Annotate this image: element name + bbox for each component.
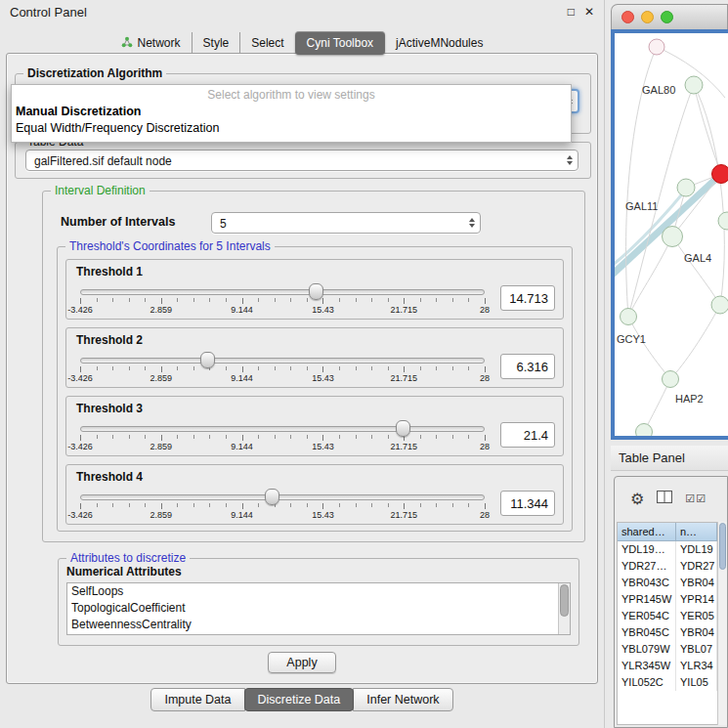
scale-label: 9.144 (231, 305, 253, 315)
attributes-group: Attributes to discretize Numerical Attri… (58, 558, 579, 646)
table-cell: YDL19 (676, 541, 717, 558)
column-header[interactable]: n… (676, 523, 717, 541)
scale-label: 15.43 (312, 442, 334, 451)
list-item[interactable]: TopologicalCoefficient (67, 600, 570, 617)
slider-track[interactable] (80, 289, 485, 295)
list-item[interactable]: SelfLoops (67, 583, 570, 600)
minimize-traffic-light-icon[interactable] (641, 11, 654, 23)
table-row[interactable]: YIL052CYIL05 (618, 674, 717, 691)
control-panel-window: Control Panel □ ✕ Network (0, 0, 605, 728)
threshold-label: Threshold 1 (66, 260, 563, 279)
table-row[interactable]: YBR043CYBR04 (618, 575, 717, 591)
tab-impute-data[interactable]: Impute Data (150, 688, 244, 711)
number-of-intervals-combobox[interactable]: 5 (211, 212, 481, 234)
threshold-slider[interactable]: -3.4262.8599.14415.4321.71528 (80, 348, 489, 385)
table-data-combobox[interactable]: galFiltered.sif default node (25, 150, 578, 171)
algorithm-dropdown-popup: Select algorithm to view settings Manual… (11, 84, 572, 143)
scale-label: 21.715 (390, 442, 417, 451)
slider-scale: -3.4262.8599.14415.4321.71528 (80, 305, 485, 316)
threshold-slider[interactable]: -3.4262.8599.14415.4321.71528 (80, 416, 489, 453)
zoom-traffic-light-icon[interactable] (661, 11, 673, 23)
table-row[interactable]: YBL079WYBL07 (618, 641, 717, 658)
control-panel-titlebar: Control Panel □ ✕ (0, 0, 604, 23)
slider-track[interactable] (80, 494, 485, 500)
scale-label: 2.859 (150, 510, 173, 520)
slider-track[interactable] (80, 358, 485, 364)
network-view-frame: GAL80 GAL11 GAL4 GCY1 HAP2 (611, 29, 728, 440)
graph-node (711, 296, 728, 314)
slider-thumb[interactable] (200, 352, 215, 368)
table-row[interactable]: YDL19…YDL19 (618, 541, 717, 558)
algorithm-option[interactable]: Equal Width/Frequency Discretization (12, 120, 571, 137)
node-table: shared…n… YDL19…YDL19YDR27…YDR27YBR043CY… (617, 522, 718, 725)
close-traffic-light-icon[interactable] (621, 11, 634, 23)
list-item[interactable]: BetweennessCentrality (67, 617, 570, 633)
tab-cyni-toolbox[interactable]: Cyni Toolbox (295, 31, 385, 55)
combo-arrows-icon (469, 213, 475, 233)
network-canvas[interactable]: GAL80 GAL11 GAL4 GCY1 HAP2 (615, 33, 728, 436)
tab-jactivemnodules[interactable]: jActiveMNodules (385, 32, 493, 54)
table-cell: YBL07 (676, 641, 717, 658)
combo-arrows-icon (567, 150, 573, 170)
algorithm-option[interactable]: Manual Discretization (12, 104, 571, 120)
table-cell: YDR27… (618, 558, 676, 575)
scale-label: 9.144 (231, 442, 253, 451)
bottom-tab-bar: Impute Data Discretize Data Infer Networ… (0, 688, 604, 711)
group-title: Discretization Algorithm (23, 66, 166, 80)
graph-node (718, 212, 728, 230)
column-header[interactable]: shared… (618, 523, 676, 541)
table-row[interactable]: YLR345WYLR34 (618, 658, 717, 674)
scale-label: 15.43 (312, 510, 334, 520)
scale-label: 2.859 (150, 373, 173, 383)
node-label: HAP2 (675, 393, 704, 405)
table-row[interactable]: YER054CYER05 (618, 608, 717, 624)
table-row[interactable]: YDR27…YDR27 (618, 558, 717, 575)
slider-thumb[interactable] (396, 420, 410, 437)
tab-discretize-data[interactable]: Discretize Data (244, 688, 355, 711)
slider-thumb[interactable] (309, 283, 323, 300)
scrollbar-thumb[interactable] (560, 584, 569, 617)
graph-nodes[interactable] (621, 39, 728, 436)
select-columns-checkboxes-icon[interactable]: ☑☑ (685, 492, 707, 505)
table-row[interactable]: YPR145WYPR14 (618, 591, 717, 608)
numerical-attributes-list[interactable]: SelfLoopsTopologicalCoefficientBetweenne… (66, 582, 571, 635)
slider-track[interactable] (80, 426, 485, 432)
float-window-icon[interactable]: □ (568, 5, 575, 19)
scale-label: 28 (480, 373, 490, 383)
gear-icon[interactable]: ⚙ (630, 490, 644, 508)
threshold-panel: Threshold 4-3.4262.8599.14415.4321.71528… (65, 464, 564, 525)
threshold-value-field[interactable]: 14.713 (500, 285, 555, 311)
table-row[interactable]: YBR045CYBR04 (618, 624, 717, 641)
threshold-slider[interactable]: -3.4262.8599.14415.4321.71528 (80, 485, 489, 522)
threshold-value-field[interactable]: 6.316 (500, 354, 555, 379)
network-icon (121, 36, 133, 51)
table-scrollbar[interactable] (717, 522, 727, 725)
graph-node (621, 309, 637, 325)
close-icon[interactable]: ✕ (584, 5, 594, 19)
threshold-value-field[interactable]: 21.4 (500, 422, 555, 448)
tab-select[interactable]: Select (239, 32, 294, 54)
tab-infer-network[interactable]: Infer Network (353, 688, 452, 711)
dropdown-hint: Select algorithm to view settings (12, 85, 571, 104)
scrollbar-thumb[interactable] (719, 523, 726, 570)
apply-button[interactable]: Apply (268, 652, 335, 673)
tab-label: Style (203, 36, 230, 50)
columns-icon[interactable] (657, 491, 672, 506)
group-title: Interval Definition (51, 184, 150, 197)
node-label: GAL11 (625, 200, 658, 212)
table-cell: YBR043C (618, 575, 676, 591)
numerical-attributes-label: Numerical Attributes (66, 565, 182, 578)
tab-network[interactable]: Network (110, 32, 192, 55)
scale-label: 28 (480, 510, 490, 520)
tab-style[interactable]: Style (192, 32, 240, 54)
table-cell: YIL052C (618, 674, 676, 691)
threshold-value-field[interactable]: 11.344 (500, 491, 555, 516)
table-cell: YBR045C (618, 624, 676, 641)
list-scrollbar[interactable] (558, 583, 570, 634)
threshold-slider[interactable]: -3.4262.8599.14415.4321.71528 (80, 279, 489, 317)
slider-ticks (80, 366, 485, 373)
table-panel-window: ⚙ ☑☑ shared…n… YDL19…YDL19YDR27…YDR27YBR… (614, 476, 728, 728)
slider-ticks (80, 435, 485, 442)
thresholds-group: Threshold's Coordinates for 5 Intervals … (57, 246, 573, 532)
slider-thumb[interactable] (265, 489, 279, 505)
